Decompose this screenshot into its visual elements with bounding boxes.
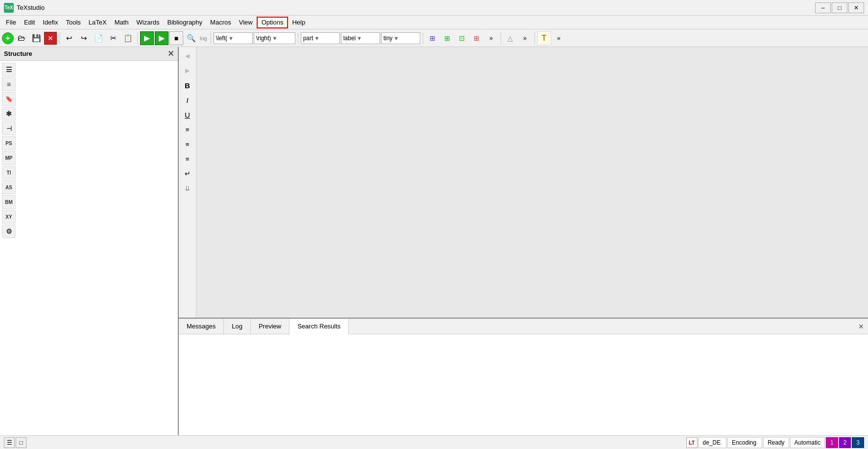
bold-button[interactable]: B [181,78,194,92]
maximize-button[interactable]: □ [832,2,847,13]
content-right [196,47,868,318]
nav-back-button[interactable]: ◀ [181,49,194,63]
structure-icon-ti[interactable]: TI [2,166,16,179]
automatic-item[interactable]: Automatic [790,437,825,448]
left-func-dropdown[interactable]: \left( ▼ [214,32,253,44]
structure-icon-list[interactable]: ☰ [2,63,16,76]
menu-wizards[interactable]: Wizards [133,17,164,28]
tab-messages[interactable]: Messages [179,319,224,334]
bottom-panel: Messages Log Preview Search Results ✕ [179,318,868,435]
toolbar: + 🗁 💾 ✕ ↩ ↪ 📄 ✂ 📋 ▶ ▶ ■ 🔍 log \left( ▼ \… [0,29,868,47]
encoding-dot: . [756,440,758,445]
locale-text: de_DE [703,439,721,446]
bottom-panel-close-button[interactable]: ✕ [854,321,868,332]
close-window-button[interactable]: ✕ [848,2,864,13]
locale-dot: . [721,440,722,445]
structure-close-button[interactable]: ✕ [168,49,174,58]
main-area: Structure ✕ ☰ ≡ 🔖 ✱ ⊣ PS MP TI AS BM XY … [0,47,868,435]
redo-button[interactable]: ↪ [77,31,91,45]
statusbar-icon1[interactable]: ☰ [4,437,15,448]
table-icon-1[interactable]: ⊞ [426,31,439,45]
menu-edit[interactable]: Edit [20,17,39,28]
structure-icon-indent[interactable]: ⊣ [2,122,16,135]
encoding-label: Encoding [732,439,756,446]
underline-button[interactable]: U [181,108,194,122]
separator-6 [501,32,501,44]
app-icon: TeX [4,3,14,13]
separator-2 [137,32,138,44]
menu-options[interactable]: Options [257,17,289,28]
table-icon-4[interactable]: ⊞ [470,31,483,45]
menu-view[interactable]: View [235,17,257,28]
menu-idefix[interactable]: Idefix [39,17,62,28]
undo-button[interactable]: ↩ [62,31,76,45]
newline-button[interactable]: ↵ [181,167,194,180]
menu-file[interactable]: File [2,17,20,28]
titlebar: TeX TeXstudio – □ ✕ [0,0,868,16]
compile-button[interactable]: ▶ [155,31,169,45]
more-button-3[interactable]: » [552,31,566,45]
cut-button[interactable]: ✂ [106,31,120,45]
build-view-button[interactable]: ▶ [140,31,154,45]
open-button[interactable]: 🗁 [15,31,28,45]
triangle-button[interactable]: △ [504,31,517,45]
ready-item: Ready [763,437,789,448]
menu-bibliography[interactable]: Bibliography [164,17,207,28]
structure-icon-asterisk[interactable]: ✱ [2,107,16,121]
structure-icon-mp[interactable]: MP [2,151,16,165]
t-button[interactable]: T [537,31,551,45]
label-dropdown[interactable]: label ▼ [341,32,380,44]
structure-icon-ps[interactable]: PS [2,136,16,150]
page-num-2: 2 [839,437,851,448]
part-dropdown[interactable]: part ▼ [301,32,340,44]
table-icon-2[interactable]: ⊞ [440,31,454,45]
italic-button[interactable]: I [181,93,194,107]
align-left-button[interactable]: ≡ [181,123,194,136]
align-right-button[interactable]: ≡ [181,152,194,166]
save-button[interactable]: 💾 [29,31,43,45]
log-label: log [199,35,208,41]
tab-log[interactable]: Log [224,319,251,334]
minimize-button[interactable]: – [815,2,831,13]
align-center-button[interactable]: ≡ [181,137,194,151]
delete-button[interactable]: ✕ [44,32,57,45]
structure-icon-xy[interactable]: XY [2,210,16,224]
menu-math[interactable]: Math [111,17,133,28]
size-dropdown[interactable]: tiny ▼ [381,32,420,44]
menu-latex[interactable]: LaTeX [85,17,111,28]
format-toolbar: ◀ ▶ B I U ≡ ≡ ≡ ↵ ⇊ [179,47,196,318]
more-button-2[interactable]: » [518,31,532,45]
statusbar-icon2[interactable]: □ [16,437,26,448]
stop-button[interactable]: ■ [169,31,183,45]
more-button-1[interactable]: » [484,31,498,45]
menu-macros[interactable]: Macros [206,17,235,28]
search-button[interactable]: 🔍 [184,31,198,45]
right-func-dropdown[interactable]: \right) ▼ [254,32,295,44]
structure-icons: ☰ ≡ 🔖 ✱ ⊣ PS MP TI AS BM XY ⚙ [0,61,178,240]
structure-icon-as[interactable]: AS [2,180,16,194]
paste-button[interactable]: 📋 [121,31,135,45]
structure-icon-list2[interactable]: ≡ [2,77,16,91]
template-button[interactable]: 📄 [92,31,105,45]
menu-tools[interactable]: Tools [62,17,84,28]
ready-label: Ready [768,439,785,446]
encoding-item[interactable]: Encoding . [727,437,762,448]
structure-header: Structure ✕ [0,47,178,61]
tab-preview[interactable]: Preview [251,319,289,334]
statusbar: ☰ □ LT de_DE . Encoding . Ready Automati… [0,435,868,449]
editor-view[interactable] [196,47,868,318]
locale-item[interactable]: de_DE . [699,437,726,448]
menu-help[interactable]: Help [288,17,309,28]
tab-search-results[interactable]: Search Results [289,319,349,334]
page-num-3: 3 [852,437,864,448]
separator-1 [59,32,60,44]
nav-fwd-button[interactable]: ▶ [181,64,194,77]
structure-icon-bookmark[interactable]: 🔖 [2,92,16,106]
structure-icon-puzzle[interactable]: ⚙ [2,224,16,238]
structure-icon-bm[interactable]: BM [2,195,16,209]
table-icon-3[interactable]: ⊡ [455,31,469,45]
title-text: TeXstudio [17,4,815,11]
expand-button[interactable]: ⇊ [181,181,194,195]
automatic-label: Automatic [795,439,820,446]
new-file-button[interactable]: + [2,32,14,44]
